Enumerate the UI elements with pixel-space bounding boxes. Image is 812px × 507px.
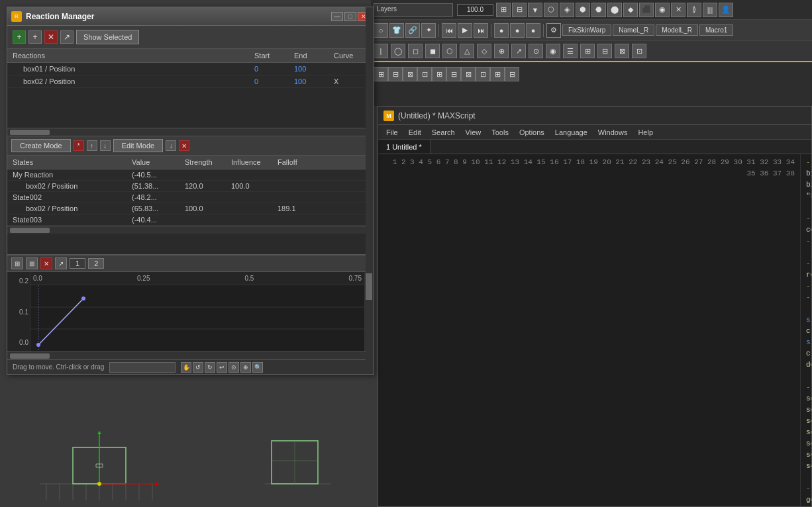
toolbar-icon-g[interactable]: ⏭	[474, 23, 488, 38]
toolbar-row3-4[interactable]: ◼	[425, 44, 440, 58]
scrollbar-thumb[interactable]	[10, 130, 50, 135]
edit-down-btn[interactable]: ↓	[166, 140, 176, 151]
states-row[interactable]: My Reaction (-40.5...	[7, 169, 374, 181]
menu-tools[interactable]: Tools	[486, 127, 514, 138]
toolbar-row4-5[interactable]: ⊞	[432, 67, 446, 81]
toolbar-icon-8[interactable]: ⬤	[607, 3, 622, 17]
zoom-level-input[interactable]	[457, 4, 493, 16]
name-lr-btn[interactable]: NameL_R	[613, 24, 654, 36]
graph-canvas[interactable]: 0.2 0.1 0.0 0.0 0.25 0.5 0.75	[7, 272, 374, 351]
toolbar-icon-12[interactable]: ✕	[671, 3, 685, 17]
menu-search[interactable]: Search	[427, 127, 460, 138]
toolbar-icon-e[interactable]: ⏮	[442, 23, 456, 38]
toolbar-row3-14[interactable]: ⊟	[597, 44, 612, 58]
status-btn-3[interactable]: ↩	[217, 362, 227, 373]
states-row[interactable]: box02 / Position (65.83... 100.0 189.1	[7, 203, 374, 214]
states-row[interactable]: box02 / Position (51.38... 120.0 100.0	[7, 181, 374, 192]
graph-btn-4[interactable]: ↗	[55, 257, 67, 269]
table-row[interactable]: box02 / Position 0 100 X	[7, 75, 374, 88]
state-down-btn[interactable]: ↓	[100, 140, 111, 151]
toolbar-icon-j[interactable]: ●	[526, 23, 540, 38]
toolbar-row3-12[interactable]: ☰	[563, 44, 578, 58]
graph-scrollbar-v[interactable]	[364, 272, 374, 351]
toolbar-row4-8[interactable]: ⊡	[476, 67, 490, 81]
status-btn-1[interactable]: ↺	[193, 362, 203, 373]
graph-scroll-thumb[interactable]	[10, 353, 50, 359]
toolbar-icon-15[interactable]: 👤	[719, 3, 733, 17]
status-input[interactable]	[109, 362, 176, 373]
macro1-btn[interactable]: Macro1	[699, 24, 733, 36]
toolbar-row4-1[interactable]: ⊞	[374, 67, 388, 81]
add-btn2[interactable]: +	[28, 30, 42, 44]
toolbar-row4-4[interactable]: ⊡	[417, 67, 432, 81]
state-up-btn[interactable]: ↑	[87, 140, 97, 151]
graph-tab-2[interactable]: 2	[88, 258, 104, 269]
toolbar-row3-3[interactable]: ◻	[408, 44, 423, 58]
toolbar-row3-5[interactable]: ⬡	[442, 44, 457, 58]
toolbar-row3-10[interactable]: ⊙	[529, 44, 543, 58]
toolbar-row3-9[interactable]: ↗	[511, 44, 526, 58]
menu-file[interactable]: File	[381, 127, 403, 138]
toolbar-icon-5[interactable]: ◈	[560, 3, 574, 17]
status-btn-hand[interactable]: ✋	[181, 362, 191, 373]
states-row[interactable]: State003 (-40.4...	[7, 214, 374, 226]
toolbar-icon-14[interactable]: |||	[703, 3, 717, 17]
graph-scroll-thumb-v[interactable]	[366, 273, 372, 300]
menu-language[interactable]: Language	[550, 127, 593, 138]
menu-view[interactable]: View	[460, 127, 487, 138]
status-btn-5[interactable]: ⊕	[240, 362, 251, 373]
maxscript-tab-1[interactable]: 1 Untitled *	[378, 140, 431, 154]
toolbar-row3-11[interactable]: ◉	[546, 44, 560, 58]
table-scrollbar-h[interactable]: ▶	[7, 128, 374, 136]
menu-help[interactable]: Help	[633, 127, 658, 138]
add-reaction-btn[interactable]: +	[13, 30, 26, 44]
graph-btn-1[interactable]: ⊞	[11, 257, 23, 269]
toolbar-icon-1[interactable]: ⊞	[496, 3, 511, 17]
toolbar-icon-k[interactable]: ⚙	[546, 23, 561, 38]
table-row[interactable]: box01 / Position 0 100	[7, 63, 374, 75]
toolbar-row4-10[interactable]: ⊟	[505, 67, 519, 81]
minimize-btn[interactable]: —	[331, 12, 343, 21]
state-red-btn[interactable]: *	[74, 140, 84, 151]
code-content[interactable]: --Setup a scene b1 = "kw">box "kw">name:…	[801, 154, 811, 506]
arrow-btn[interactable]: ↗	[60, 30, 74, 44]
toolbar-row3-2[interactable]: ◯	[391, 44, 405, 58]
menu-options[interactable]: Options	[514, 127, 550, 138]
toolbar-icon-6[interactable]: ⬢	[576, 3, 590, 17]
status-btn-4[interactable]: ⊙	[228, 362, 239, 373]
toolbar-icon-3[interactable]: ▼	[528, 3, 542, 17]
toolbar-icon-11[interactable]: ◉	[655, 3, 670, 17]
model-lr-btn[interactable]: ModelL_R	[656, 24, 698, 36]
toolbar-icon-a[interactable]: ○	[374, 23, 388, 38]
maximize-btn[interactable]: □	[344, 12, 356, 21]
states-scroll-thumb[interactable]	[10, 228, 50, 233]
toolbar-icon-4[interactable]: ⬡	[544, 3, 558, 17]
graph-tab-1[interactable]: 1	[70, 258, 85, 269]
toolbar-row3-15[interactable]: ⊠	[615, 44, 629, 58]
toolbar-icon-f[interactable]: ▶	[458, 23, 472, 38]
status-btn-zoom[interactable]: 🔍	[252, 362, 263, 373]
states-row[interactable]: State002 (-48.2...	[7, 192, 374, 203]
toolbar-icon-9[interactable]: ◆	[623, 3, 638, 17]
create-mode-btn[interactable]: Create Mode	[11, 139, 71, 152]
toolbar-row4-9[interactable]: ⊞	[490, 67, 505, 81]
toolbar-row4-2[interactable]: ⊟	[388, 67, 403, 81]
toolbar-row4-3[interactable]: ⊠	[403, 67, 417, 81]
delete-btn[interactable]: ✕	[44, 30, 58, 44]
toolbar-row3-6[interactable]: △	[460, 44, 474, 58]
layers-dropdown[interactable]: Layers	[374, 3, 453, 17]
toolbar-icon-2[interactable]: ⊟	[512, 3, 527, 17]
toolbar-icon-10[interactable]: ⬛	[639, 3, 654, 17]
show-selected-btn[interactable]: Show Selected	[76, 30, 139, 44]
graph-btn-2[interactable]: ⊞	[26, 257, 38, 269]
toolbar-row3-13[interactable]: ⊞	[580, 44, 595, 58]
toolbar-row3-7[interactable]: ◇	[477, 44, 491, 58]
toolbar-icon-h[interactable]: ●	[494, 23, 509, 38]
toolbar-icon-7[interactable]: ⬣	[591, 3, 606, 17]
fix-skin-warp-btn[interactable]: FixSkinWarp	[562, 24, 611, 36]
graph-btn-3[interactable]: ✕	[40, 257, 52, 269]
toolbar-icon-13[interactable]: ⟫	[687, 3, 701, 17]
toolbar-row3-8[interactable]: ⊕	[494, 44, 509, 58]
status-btn-2[interactable]: ↻	[205, 362, 215, 373]
edit-mode-btn[interactable]: Edit Mode	[113, 139, 164, 152]
